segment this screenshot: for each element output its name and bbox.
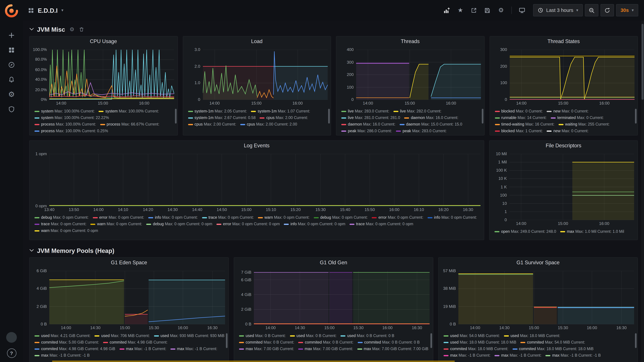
title-caret-icon[interactable]: ▾ bbox=[62, 8, 64, 12]
legend-item[interactable]: daemon Max: 16.0 Current: bbox=[341, 121, 395, 128]
panel-title[interactable]: Load bbox=[183, 36, 330, 46]
user-avatar[interactable] bbox=[6, 332, 17, 343]
legend-item[interactable]: info Max: 0 opm Current: bbox=[428, 214, 477, 221]
page-scrollbar[interactable] bbox=[641, 20, 644, 362]
row-settings-gear-icon[interactable]: ⚙ bbox=[70, 26, 74, 32]
dashboard-title[interactable]: E.D.D.I bbox=[38, 7, 58, 14]
legend-item[interactable]: trace Max: 0 opm Current: bbox=[202, 214, 254, 221]
panel-title[interactable]: Log Events bbox=[30, 141, 484, 151]
legend-item[interactable]: info Max: 0 opm Current: 0 opm bbox=[284, 221, 345, 227]
legend-scrollbar[interactable] bbox=[175, 109, 176, 123]
grafana-logo-icon[interactable] bbox=[4, 4, 18, 18]
panel-title[interactable]: G1 Eden Space bbox=[30, 258, 228, 268]
legend-item[interactable]: max Max: -1 B Current: bbox=[120, 346, 166, 352]
legend-item[interactable]: cpus Max: 2.00 Current: bbox=[260, 114, 308, 121]
legend-item[interactable]: warn Max: 0 opm Current: bbox=[258, 214, 310, 221]
legend-item[interactable]: commited Max: 0 B Current: bbox=[298, 339, 354, 346]
legend-item[interactable]: daemon Max: 15.0 Current: 15.0 bbox=[400, 121, 462, 128]
legend-item[interactable]: max Max: -1 B Current: bbox=[494, 352, 542, 359]
legend-item[interactable]: system-1m Max: 1.07 Current: bbox=[251, 108, 310, 114]
plot-area[interactable]: 14:0014:3015:0015:3016:0016:30 bbox=[254, 271, 430, 324]
legend-item[interactable]: commited Max: 4.98 GiB Current: 4.98 GiB bbox=[34, 346, 115, 352]
legend-item[interactable]: cpus Max: 2.00 Current: bbox=[188, 121, 236, 128]
legend-item[interactable]: max Max: 7.00 GiB Current: bbox=[239, 346, 294, 352]
legend-item[interactable]: system-1m Max: 2.05 Current: bbox=[188, 108, 247, 114]
legend-item[interactable]: blocked Max: 0 Current: bbox=[495, 108, 543, 114]
legend-item[interactable]: live Max: 282.0 Current: bbox=[394, 108, 442, 114]
tv-mode-icon[interactable] bbox=[516, 4, 528, 16]
panel-title[interactable]: G1 Old Gen bbox=[234, 258, 433, 268]
legend-item[interactable]: open Max: 249.0 Current: 248.0 bbox=[494, 228, 556, 235]
plot-area[interactable]: 14:0015:0016:00 bbox=[203, 50, 327, 100]
server-admin-shield-icon[interactable] bbox=[3, 102, 20, 116]
legend-item[interactable]: commited Max: 18.0 MiB Current: bbox=[444, 346, 508, 352]
panel-title[interactable]: CPU Usage bbox=[30, 36, 177, 46]
legend-item[interactable]: system-1m Max: 2.67 Current: 0.58 bbox=[188, 114, 256, 121]
plot-area[interactable]: 14:0015:0016:00 bbox=[49, 50, 174, 100]
legend-item[interactable]: max Max: -1 B Current: bbox=[444, 352, 490, 359]
legend-item[interactable]: max Max: 1.0 Mil Current: 1.0 Mil bbox=[560, 228, 624, 235]
configuration-gear-icon[interactable]: ⚙ bbox=[3, 87, 20, 102]
legend-item[interactable]: system Max: 100.00% Current: bbox=[99, 108, 159, 114]
legend-item[interactable]: commited Max: 4.98 GiB Current: bbox=[103, 339, 168, 346]
legend-item[interactable]: system Max: 100.00% Current: 22.22% bbox=[34, 114, 109, 121]
legend-item[interactable]: error Max: 0 opm Current: bbox=[93, 214, 144, 221]
legend-item[interactable]: process Max: 66.67% Current: bbox=[100, 121, 159, 128]
section-jvm-memory-pools-heap[interactable]: JVM Memory Pools (Heap) bbox=[29, 245, 638, 256]
legend-item[interactable]: error Max: 0 opm Current: 0 opm bbox=[216, 221, 280, 227]
dashboard-settings-gear-icon[interactable]: ⚙ bbox=[495, 4, 507, 16]
plot-area[interactable]: 14:0015:0016:00 bbox=[356, 50, 481, 100]
legend-item[interactable]: commited Max: 0 B Current: bbox=[239, 339, 294, 346]
legend-item[interactable]: max Max: -1 B Current: bbox=[170, 346, 217, 352]
legend-item[interactable]: debug Max: 0 opm Current: 0 opm bbox=[146, 221, 212, 227]
legend-item[interactable]: used Max: 0 B Current: bbox=[239, 333, 286, 339]
legend-item[interactable]: process Max: 100.00% Current: 0.25% bbox=[34, 128, 108, 134]
legend-item[interactable]: commited Max: 0 B Current: 0 B bbox=[358, 339, 420, 346]
legend-scrollbar[interactable] bbox=[482, 109, 483, 123]
legend-item[interactable]: new Max: 0 Current: bbox=[547, 108, 588, 114]
legend-item[interactable]: used Max: 0 B Current: bbox=[290, 333, 336, 339]
legend-item[interactable]: terminated Max: 0 Current: bbox=[551, 114, 604, 121]
legend-item[interactable]: runnable Max: 14 Current: bbox=[495, 114, 546, 121]
legend-item[interactable]: info Max: 0 opm Current: bbox=[148, 214, 198, 221]
legend-item[interactable]: used Max: 930 MiB Current: 930 MiB bbox=[154, 333, 224, 339]
legend-item[interactable]: max Max: -1 B Current: -1 B bbox=[546, 352, 601, 359]
legend-item[interactable]: commited Max: 18.0 MiB Current: 18.0 MiB bbox=[512, 346, 594, 352]
panel-title[interactable]: G1 Survivor Space bbox=[439, 258, 638, 268]
legend-item[interactable]: error Max: 0 opm Current: bbox=[372, 214, 423, 221]
plot-area[interactable]: 14:0014:3015:0015:3016:0016:30 bbox=[458, 271, 634, 324]
legend-item[interactable]: peak Max: 286.0 Current: bbox=[341, 128, 392, 134]
dashboards-icon[interactable] bbox=[3, 43, 20, 57]
legend-item[interactable]: used Max: 18.0 MiB Current: 18.0 MiB bbox=[444, 339, 516, 346]
refresh-button[interactable] bbox=[600, 4, 614, 16]
page-scrollbar-thumb[interactable] bbox=[642, 24, 644, 100]
legend-item[interactable]: debug Max: 0 opm Current: bbox=[34, 214, 88, 221]
legend-item[interactable]: waiting Max: 255 Current: bbox=[558, 121, 610, 128]
panel-title[interactable]: Threads bbox=[336, 36, 484, 46]
star-button[interactable]: ★ bbox=[455, 4, 466, 16]
legend-item[interactable]: warn Max: 0 opm Current: bbox=[90, 221, 142, 227]
legend-item[interactable]: used Max: 0 B Current: 0 B bbox=[340, 333, 394, 339]
time-range-picker[interactable]: Last 3 hours ▾ bbox=[533, 4, 583, 16]
legend-item[interactable]: cpus Max: 2.00 Current: 2.00 bbox=[240, 121, 297, 128]
legend-item[interactable]: commited Max: 54.0 MiB Current: bbox=[520, 339, 585, 346]
alerting-bell-icon[interactable] bbox=[3, 72, 20, 87]
legend-item[interactable]: commited Max: 5.00 GiB Current: bbox=[34, 339, 99, 346]
legend-item[interactable]: used Max: 18.0 MiB Current: bbox=[504, 333, 560, 339]
legend-scrollbar[interactable] bbox=[328, 109, 330, 123]
legend-item[interactable]: used Max: 706 MiB Current: bbox=[94, 333, 150, 339]
legend-item[interactable]: debug Max: 0 opm Current: bbox=[314, 214, 368, 221]
plot-area[interactable]: 13:4013:5014:0014:1014:2014:3014:4014:50… bbox=[49, 154, 480, 206]
refresh-interval-dropdown[interactable]: 30s ▾ bbox=[616, 4, 638, 16]
section-jvm-misc[interactable]: JVM Misc ⚙ bbox=[29, 24, 638, 34]
plot-area[interactable]: 14:0015:0016:00 bbox=[510, 50, 634, 100]
legend-item[interactable]: system Max: 100.00% Current: bbox=[34, 108, 95, 114]
share-button[interactable] bbox=[468, 4, 480, 16]
panel-title[interactable]: File Descriptors bbox=[490, 141, 638, 151]
help-icon[interactable]: ? bbox=[7, 349, 16, 358]
legend-item[interactable]: max Max: -1 B Current: -1 B bbox=[34, 352, 90, 359]
legend-item[interactable]: max Max: 7.00 GiB Current: bbox=[298, 346, 353, 352]
explore-compass-icon[interactable] bbox=[3, 57, 20, 72]
legend-item[interactable]: process Max: 100.00% Current: bbox=[34, 121, 96, 128]
legend-item[interactable]: live Max: 281.0 Current: 281.0 bbox=[341, 114, 400, 121]
